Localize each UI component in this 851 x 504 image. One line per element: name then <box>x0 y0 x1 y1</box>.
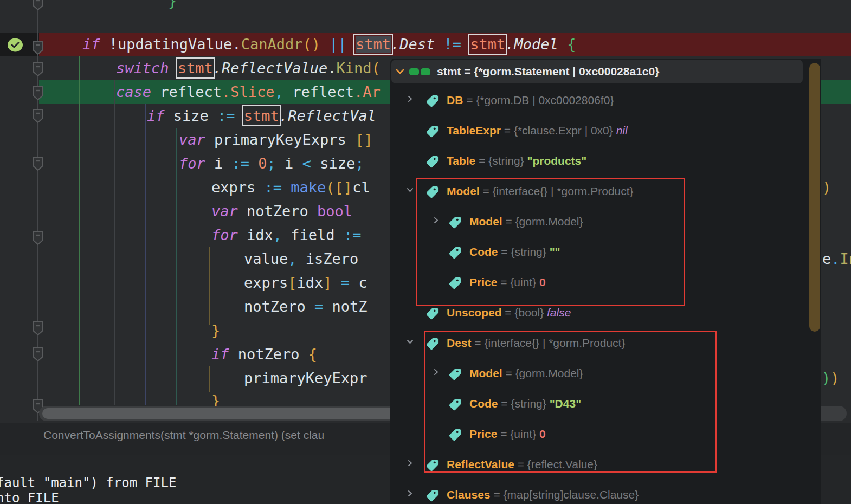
chevron-down-icon[interactable] <box>396 68 404 75</box>
code-line[interactable]: exprs[idx] = c <box>244 271 368 295</box>
variable-row-unscoped[interactable]: Unscoped = {bool} false <box>390 299 821 329</box>
code-token: } <box>211 322 220 339</box>
search-match-stmt: stmt <box>244 107 279 124</box>
debug-check-icon[interactable] <box>7 38 23 52</box>
variable-text: Clauses = {map[string]clause.Clause} <box>447 488 639 501</box>
tag-icon <box>448 245 462 260</box>
variable-value: "products" <box>527 154 586 167</box>
code-line[interactable]: case reflect.Slice, reflect.Ar <box>116 80 381 104</box>
popup-header-row[interactable]: stmt = {*gorm.Statement | 0xc00028a1c0} <box>391 60 803 83</box>
variable-row-dest[interactable]: Dest = {interface{} | *gorm.Product} <box>390 329 821 360</box>
code-token: , <box>288 250 306 267</box>
code-line[interactable]: notZero = notZ <box>244 295 368 319</box>
search-match-stmt: stmt <box>178 60 213 76</box>
code-token: < <box>302 155 320 172</box>
variable-row-model[interactable]: Model = {gorm.Model} <box>390 208 821 238</box>
gutter-bookmark-icon[interactable] <box>31 62 44 77</box>
indent-guide <box>114 80 115 405</box>
code-line[interactable]: switch stmt.ReflectValue.Kind( <box>116 56 381 80</box>
code-line[interactable]: value, isZero <box>244 247 358 271</box>
code-token: := <box>217 107 244 124</box>
gutter-bookmark-icon[interactable] <box>31 156 44 171</box>
code-line[interactable]: if !updatingValue.CanAddr() || stmt.Dest… <box>82 33 576 56</box>
code-token: notZero <box>238 346 308 363</box>
gutter-bookmark-icon[interactable] <box>31 108 44 124</box>
code-token: bool <box>317 203 352 219</box>
variable-row-model[interactable]: Model = {gorm.Model} <box>390 360 821 390</box>
variable-row-model[interactable]: Model = {interface{} | *gorm.Product} <box>390 178 821 208</box>
chevron-right-icon[interactable] <box>433 369 440 376</box>
code-token: := <box>232 155 259 172</box>
code-token: idx <box>247 227 273 243</box>
code-token: ; <box>267 155 285 172</box>
gutter-bookmark-icon[interactable] <box>31 230 44 245</box>
code-line[interactable]: primaryKeyExpr <box>244 366 368 390</box>
variable-value: "" <box>550 245 560 258</box>
variable-text: Code = {string} "D43" <box>469 397 581 410</box>
variable-row-code[interactable]: Code = {string} "D43" <box>390 390 821 421</box>
breadcrumb[interactable]: ConvertToAssignments(stmt *gorm.Statemen… <box>43 429 324 442</box>
code-token: .Ar <box>354 83 381 100</box>
chevron-right-icon[interactable] <box>407 490 414 497</box>
popup-scrollbar-thumb[interactable] <box>809 63 820 332</box>
chevron-down-icon[interactable] <box>407 186 414 193</box>
code-line[interactable]: for idx, field := <box>211 223 361 247</box>
variable-text: ReflectValue = {reflect.Value} <box>447 458 597 471</box>
code-token: make <box>291 179 326 196</box>
chevron-right-icon[interactable] <box>433 217 440 224</box>
tag-icon <box>425 488 440 503</box>
tag-icon <box>425 154 440 169</box>
code-line[interactable]: var primaryKeyExprs [] <box>179 128 373 152</box>
variable-row-reflectvalue[interactable]: ReflectValue = {reflect.Value} <box>390 451 821 481</box>
code-token: !updatingValue. <box>109 36 241 53</box>
gutter-bookmark-icon[interactable] <box>31 0 44 11</box>
gutter-bookmark-icon[interactable] <box>31 347 44 362</box>
code-token: { <box>308 346 317 363</box>
code-token: . <box>831 250 840 267</box>
gutter-bookmark-icon[interactable] <box>31 86 44 101</box>
code-line[interactable]: if notZero { <box>211 343 317 366</box>
chevron-down-icon[interactable] <box>407 338 414 345</box>
code-token: case <box>116 83 160 100</box>
variable-row-price[interactable]: Price = {uint} 0 <box>390 421 821 451</box>
code-token: for <box>179 155 214 172</box>
code-line[interactable]: ) <box>822 176 831 199</box>
variable-text: Unscoped = {bool} false <box>447 306 571 319</box>
code-token: || <box>320 36 356 53</box>
glasses-icon <box>409 67 431 76</box>
code-token: != <box>435 36 470 53</box>
code-token: notZero <box>244 298 314 315</box>
code-token: := <box>265 179 291 196</box>
gutter-bookmark-icon[interactable] <box>31 321 44 336</box>
variable-row-clauses[interactable]: Clauses = {map[string]clause.Clause} <box>390 481 821 504</box>
code-token: size <box>173 107 217 124</box>
console-line: fault "main") from FILE <box>0 476 176 490</box>
tag-icon <box>425 458 440 473</box>
variable-row-price[interactable]: Price = {uint} 0 <box>390 269 821 299</box>
code-line[interactable]: var notZero bool <box>211 199 352 223</box>
chevron-right-icon[interactable] <box>407 460 414 467</box>
chevron-right-icon[interactable] <box>407 95 414 102</box>
code-line[interactable]: e.In <box>822 247 851 271</box>
code-token: notZero <box>247 203 317 219</box>
variable-row-tableexpr[interactable]: TableExpr = {*clause.Expr | 0x0} nil <box>390 117 821 147</box>
code-token: Kind <box>336 60 371 76</box>
code-token: ([] <box>326 179 352 196</box>
code-line[interactable]: for i := 0; i < size; <box>179 152 364 176</box>
code-line[interactable]: } <box>168 0 177 13</box>
code-line[interactable]: } <box>211 319 220 343</box>
tag-icon <box>425 94 440 108</box>
tag-icon <box>425 337 440 351</box>
code-token: reflect <box>283 83 354 100</box>
code-line[interactable]: exprs := make([]cl <box>211 176 370 199</box>
gutter-bookmark-icon[interactable] <box>31 40 44 55</box>
code-line[interactable]: if size := stmt.ReflectVal <box>147 104 376 128</box>
variable-row-table[interactable]: Table = {string} "products" <box>390 147 821 178</box>
variable-row-db[interactable]: DB = {*gorm.DB | 0xc0002806f0} <box>390 87 821 117</box>
variable-row-code[interactable]: Code = {string} "" <box>390 238 821 269</box>
tag-icon <box>448 397 462 412</box>
code-token: ) <box>822 370 830 386</box>
variable-value: nil <box>616 124 628 137</box>
code-token: , <box>273 227 291 243</box>
code-line[interactable]: )) <box>822 366 840 390</box>
